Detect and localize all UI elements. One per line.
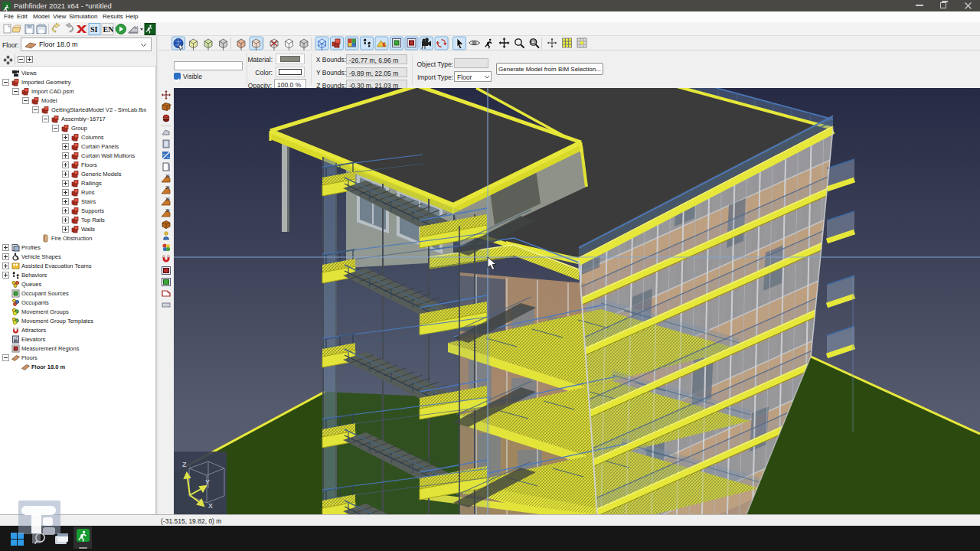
svg-text:EN: EN [103, 25, 115, 34]
svg-text:SI: SI [90, 25, 98, 34]
svg-text:Y: Y [205, 478, 210, 486]
svg-text:Z: Z [182, 461, 187, 468]
svg-text:X: X [208, 502, 213, 510]
